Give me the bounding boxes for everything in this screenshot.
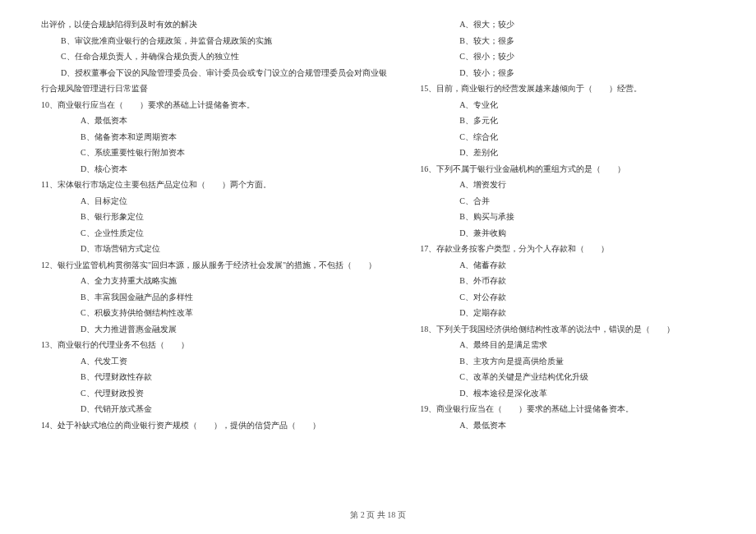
option-d: D、定期存款	[420, 305, 715, 321]
option-b: B、主攻方向是提高供给质量	[420, 353, 715, 370]
option-a: A、储蓄存款	[420, 257, 715, 274]
text-line: 行合规风险管理进行日常监督	[41, 81, 387, 97]
option-a: A、全力支持重大战略实施	[41, 273, 387, 289]
option-d: D、代销开放式基金	[41, 401, 387, 417]
option-d: D、较小；很多	[420, 65, 715, 81]
option-d: D、大力推进普惠金融发展	[41, 321, 387, 338]
question-11: 11、宋体银行市场定位主要包括产品定位和（ ）两个方面。	[41, 177, 387, 193]
option-c: C、很小；较少	[420, 48, 715, 65]
option-b: B、外币存款	[420, 273, 715, 289]
option-c: C、系统重要性银行附加资本	[41, 145, 387, 161]
question-18: 18、下列关于我国经济供给侧结构性改革的说法中，错误的是（ ）	[420, 321, 715, 338]
option-d: D、市场营销方式定位	[41, 241, 387, 257]
option-b: B、较大；很多	[420, 33, 715, 49]
question-12: 12、银行业监管机构贯彻落实"回归本源，服从服务于经济社会发展"的措施，不包括（…	[41, 257, 387, 274]
option-c: C、综合化	[420, 129, 715, 145]
option-b: B、丰富我国金融产品的多样性	[41, 289, 387, 306]
question-19: 19、商业银行应当在（ ）要求的基础上计提储备资本。	[420, 401, 715, 417]
question-15: 15、目前，商业银行的经营发展越来越倾向于（ ）经营。	[420, 81, 715, 97]
option-d: D、核心资本	[41, 161, 387, 177]
option-a: A、最终目的是满足需求	[420, 337, 715, 353]
page-footer: 第 2 页 共 18 页	[0, 507, 756, 523]
option-b: B、储备资本和逆周期资本	[41, 129, 387, 145]
option-c: C、积极支持供给侧结构性改革	[41, 305, 387, 321]
option-d: D、差别化	[420, 145, 715, 161]
option-b: B、银行形象定位	[41, 209, 387, 225]
option-c: C、对公存款	[420, 289, 715, 306]
option-d: D、授权董事会下设的风险管理委员会、审计委员会或专门设立的合规管理委员会对商业银	[41, 65, 387, 81]
option-c: C、改革的关键是产业结构优化升级	[420, 369, 715, 385]
option-b: B、代理财政性存款	[41, 369, 387, 385]
page-content: 出评价，以使合规缺陷得到及时有效的解决 B、审议批准商业银行的合规政策，并监督合…	[41, 16, 715, 433]
option-c: C、代理财政投资	[41, 385, 387, 402]
question-10: 10、商业银行应当在（ ）要求的基础上计提储备资本。	[41, 97, 387, 113]
option-c: C、企业性质定位	[41, 225, 387, 242]
option-a: A、最低资本	[41, 113, 387, 129]
text-line: 出评价，以使合规缺陷得到及时有效的解决	[41, 16, 387, 33]
option-c: C、任命合规负责人，并确保合规负责人的独立性	[41, 48, 387, 65]
option-d: D、兼并收购	[420, 225, 715, 242]
question-16: 16、下列不属于银行业金融机构的重组方式的是（ ）	[420, 161, 715, 177]
option-a: A、代发工资	[41, 353, 387, 370]
question-14: 14、处于补缺式地位的商业银行资产规模（ ），提供的信贷产品（ ）	[41, 417, 387, 434]
option-a: A、目标定位	[41, 193, 387, 209]
option-a: A、增资发行	[420, 177, 715, 193]
question-17: 17、存款业务按客户类型，分为个人存款和（ ）	[420, 241, 715, 257]
option-b: B、审议批准商业银行的合规政策，并监督合规政策的实施	[41, 33, 387, 49]
option-d: D、根本途径是深化改革	[420, 385, 715, 402]
option-a: A、最低资本	[420, 417, 715, 434]
option-a: A、专业化	[420, 97, 715, 113]
right-column: A、很大；较少 B、较大；很多 C、很小；较少 D、较小；很多 15、目前，商业…	[420, 16, 715, 433]
left-column: 出评价，以使合规缺陷得到及时有效的解决 B、审议批准商业银行的合规政策，并监督合…	[41, 16, 387, 433]
option-c: C、合并	[420, 193, 715, 209]
question-13: 13、商业银行的代理业务不包括（ ）	[41, 337, 387, 353]
option-b: B、购买与承接	[420, 209, 715, 225]
option-b: B、多元化	[420, 113, 715, 129]
option-a: A、很大；较少	[420, 16, 715, 33]
